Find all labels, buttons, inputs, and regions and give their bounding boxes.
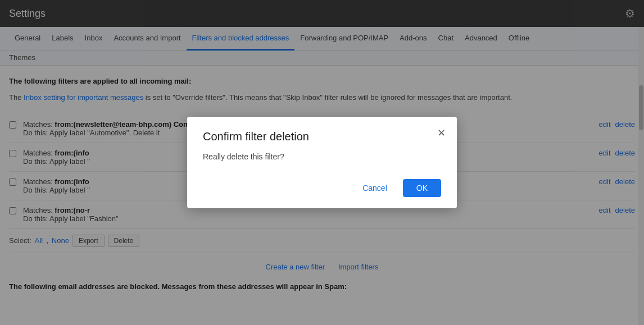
cancel-button[interactable]: Cancel xyxy=(353,179,396,197)
dialog-title: Confirm filter deletion xyxy=(203,130,441,143)
confirm-dialog: ✕ Confirm filter deletion Really delete … xyxy=(187,117,457,208)
dialog-body: Really delete this filter? xyxy=(203,152,441,161)
dialog-close-button[interactable]: ✕ xyxy=(435,125,448,141)
dialog-actions: Cancel OK xyxy=(203,179,441,197)
ok-button[interactable]: OK xyxy=(403,179,441,197)
modal-overlay: ✕ Confirm filter deletion Really delete … xyxy=(0,0,644,325)
